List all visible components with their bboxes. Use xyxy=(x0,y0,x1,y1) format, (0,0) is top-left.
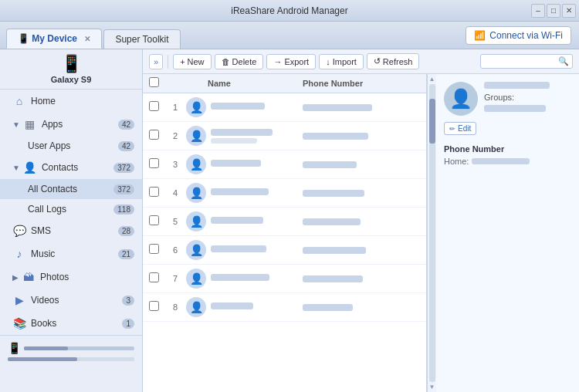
sidebar-label-apps: Apps xyxy=(42,119,63,130)
row-checkbox-6[interactable] xyxy=(143,244,164,256)
row-num-7: 7 xyxy=(164,274,186,283)
row-checkbox-5[interactable] xyxy=(143,215,164,228)
table-row[interactable]: 6 👤 xyxy=(143,236,426,265)
table-row[interactable]: 7 👤 xyxy=(143,265,426,293)
row-num-4: 4 xyxy=(164,188,186,198)
books-badge: 1 xyxy=(122,319,134,329)
books-icon: 📚 xyxy=(12,316,26,330)
contact-avatar-5: 👤 xyxy=(186,211,206,231)
edit-icon: ✏ xyxy=(449,125,455,133)
list-scrollbar[interactable]: ▲ ▼ xyxy=(427,74,436,392)
videos-icon: ▶ xyxy=(12,293,26,307)
row-checkbox-7[interactable] xyxy=(143,272,164,285)
apps-expand-arrow: ▼ xyxy=(12,120,20,129)
maximize-button[interactable]: □ xyxy=(547,4,560,18)
scroll-down-arrow[interactable]: ▼ xyxy=(429,384,435,390)
sidebar-label-home: Home xyxy=(31,96,56,106)
phone-bar xyxy=(303,247,366,254)
content-area: » + New 🗑 Delete → Export ↓ Import ↺ Ref… xyxy=(143,49,579,392)
contact-name-2 xyxy=(211,129,303,144)
row-checkbox-4[interactable] xyxy=(143,187,164,199)
row-num-3: 3 xyxy=(164,160,186,169)
name-bar xyxy=(211,103,265,110)
device-icon: 📱 xyxy=(61,54,82,74)
sidebar-item-videos[interactable]: ▶ Videos 3 xyxy=(0,289,142,312)
detail-phone-home: Home: xyxy=(444,157,571,166)
detail-header: 👤 Groups: xyxy=(444,82,571,116)
sidebar-item-contacts[interactable]: ▼ 👤 Contacts 372 xyxy=(0,156,142,179)
contact-name-8 xyxy=(211,302,303,312)
phone-bar xyxy=(303,218,361,225)
sidebar: 📱 Galaxy S9 ⌂ Home ▼ ▦ Apps 42 User Apps… xyxy=(0,49,143,392)
contact-phone-4 xyxy=(303,190,426,197)
scroll-up-arrow[interactable]: ▲ xyxy=(429,76,435,83)
export-button[interactable]: → Export xyxy=(266,54,316,69)
toolbar: » + New 🗑 Delete → Export ↓ Import ↺ Ref… xyxy=(143,49,579,74)
sidebar-footer: 📱 xyxy=(0,335,142,370)
contacts-expand-arrow: ▼ xyxy=(12,164,20,172)
delete-button[interactable]: 🗑 Delete xyxy=(215,54,264,69)
sidebar-label-videos: Videos xyxy=(31,295,59,306)
music-badge: 21 xyxy=(118,249,134,259)
refresh-button[interactable]: ↺ Refresh xyxy=(367,53,420,69)
table-row[interactable]: 8 👤 xyxy=(143,293,426,322)
scroll-track-1[interactable] xyxy=(8,357,134,361)
scroll-thumb[interactable] xyxy=(429,99,435,144)
tab-my-device[interactable]: 📱 My Device ✕ xyxy=(6,29,102,49)
row-checkbox-3[interactable] xyxy=(143,158,164,171)
contact-panel: Name Phone Number 1 👤 xyxy=(143,74,579,392)
table-row[interactable]: 3 👤 xyxy=(143,150,426,179)
expand-button[interactable]: » xyxy=(149,54,163,69)
search-input[interactable] xyxy=(485,57,558,66)
device-thumb-icon: 📱 xyxy=(8,342,21,354)
sidebar-item-apps[interactable]: ▼ ▦ Apps 42 xyxy=(0,113,142,136)
minimize-button[interactable]: – xyxy=(531,4,545,18)
header-check[interactable] xyxy=(143,77,164,90)
sidebar-label-contacts: Contacts xyxy=(42,162,78,173)
videos-badge: 3 xyxy=(122,296,134,306)
table-row[interactable]: 4 👤 xyxy=(143,179,426,208)
scroll-thumb-1[interactable] xyxy=(8,357,77,361)
table-row[interactable]: 2 👤 xyxy=(143,122,426,150)
import-button[interactable]: ↓ Import xyxy=(319,54,364,69)
row-checkbox-8[interactable] xyxy=(143,301,164,313)
export-icon: → xyxy=(273,57,282,66)
search-icon[interactable]: 🔍 xyxy=(558,56,569,66)
contact-phone-5 xyxy=(303,218,426,225)
sidebar-item-sms[interactable]: 💬 SMS 28 xyxy=(0,219,142,242)
sidebar-item-home[interactable]: ⌂ Home xyxy=(0,90,142,113)
sidebar-item-user-apps[interactable]: User Apps 42 xyxy=(0,136,142,156)
row-checkbox-2[interactable] xyxy=(143,130,164,142)
sidebar-label-books: Books xyxy=(31,318,56,329)
sidebar-item-music[interactable]: ♪ Music 21 xyxy=(0,242,142,265)
edit-button[interactable]: ✏ Edit xyxy=(444,122,476,135)
contact-avatar-4: 👤 xyxy=(186,183,206,203)
tab-close-icon[interactable]: ✕ xyxy=(84,35,90,43)
contact-avatar-1: 👤 xyxy=(186,97,206,117)
contact-avatar-2: 👤 xyxy=(186,126,206,146)
storage-used xyxy=(24,346,68,350)
sidebar-item-photos[interactable]: ▶ 🏔 Photos xyxy=(0,265,142,289)
scroll-track[interactable] xyxy=(429,84,435,382)
table-row[interactable]: 5 👤 xyxy=(143,208,426,236)
detail-groups-row: Groups: xyxy=(484,92,571,114)
wifi-connect-button[interactable]: 📶 Connect via Wi-Fi xyxy=(466,26,571,45)
sidebar-label-call-logs: Call Logs xyxy=(28,204,66,215)
sidebar-item-all-contacts[interactable]: All Contacts 372 xyxy=(0,179,142,199)
photos-expand-arrow: ▶ xyxy=(12,273,19,282)
row-checkbox-1[interactable] xyxy=(143,101,164,113)
close-button[interactable]: ✕ xyxy=(562,4,576,18)
apps-badge: 42 xyxy=(118,120,134,130)
sidebar-item-books[interactable]: 📚 Books 1 xyxy=(0,312,142,335)
select-all-checkbox[interactable] xyxy=(149,77,159,87)
sidebar-label-all-contacts: All Contacts xyxy=(28,184,77,194)
search-box[interactable]: 🔍 xyxy=(480,54,573,69)
detail-info: Groups: xyxy=(484,82,571,114)
photos-icon: 🏔 xyxy=(22,270,36,284)
tab-bar: 📱 My Device ✕ Super Toolkit 📶 Connect vi… xyxy=(0,22,579,49)
tab-super-toolkit[interactable]: Super Toolkit xyxy=(103,29,180,49)
table-row[interactable]: 1 👤 xyxy=(143,93,426,122)
new-button[interactable]: + New xyxy=(173,54,211,69)
table-header: Name Phone Number xyxy=(143,74,426,93)
sidebar-item-call-logs[interactable]: Call Logs 118 xyxy=(0,199,142,219)
